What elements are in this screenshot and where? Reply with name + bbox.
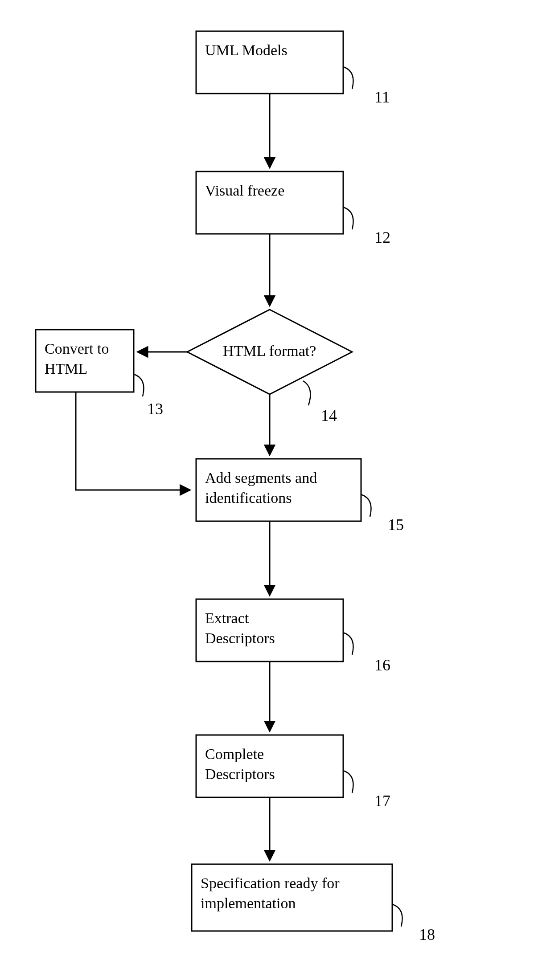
node-html-format-label: HTML format?	[223, 343, 316, 359]
svg-rect-0	[196, 31, 343, 94]
node-specification-ready: Specification ready for implementation 1…	[192, 864, 435, 943]
node-add-segments-ref: 15	[388, 516, 404, 534]
node-add-segments-line1: Add segments and	[205, 470, 317, 486]
node-uml-models-ref: 11	[374, 88, 390, 106]
svg-rect-1	[196, 172, 343, 234]
node-uml-models-label: UML Models	[205, 42, 288, 58]
node-specification-ready-line2: implementation	[201, 895, 296, 911]
node-specification-ready-ref: 18	[419, 926, 435, 943]
node-add-segments: Add segments and identifications 15	[196, 459, 404, 534]
edge-13-15	[76, 392, 189, 490]
node-extract-descriptors-line1: Extract	[205, 610, 249, 626]
node-uml-models: UML Models 11	[196, 31, 390, 106]
node-convert-to-html: Convert to HTML 13	[36, 330, 163, 418]
node-extract-descriptors: Extract Descriptors 16	[196, 599, 390, 674]
node-html-format-ref: 14	[321, 407, 337, 425]
node-extract-descriptors-ref: 16	[374, 656, 390, 674]
node-convert-to-html-ref: 13	[147, 400, 163, 418]
node-complete-descriptors-line1: Complete	[205, 746, 264, 762]
node-complete-descriptors-ref: 17	[374, 792, 390, 810]
node-add-segments-line2: identifications	[205, 490, 292, 506]
node-visual-freeze: Visual freeze 12	[196, 172, 390, 246]
node-specification-ready-line1: Specification ready for	[201, 875, 340, 891]
flowchart: UML Models 11 Visual freeze 12 HTML form…	[0, 0, 534, 980]
node-extract-descriptors-line2: Descriptors	[205, 630, 275, 646]
node-convert-to-html-line1: Convert to	[45, 340, 109, 357]
node-visual-freeze-ref: 12	[374, 229, 390, 246]
node-visual-freeze-label: Visual freeze	[205, 182, 284, 199]
node-complete-descriptors: Complete Descriptors 17	[196, 735, 390, 810]
node-convert-to-html-line2: HTML	[45, 360, 87, 377]
node-complete-descriptors-line2: Descriptors	[205, 766, 275, 782]
